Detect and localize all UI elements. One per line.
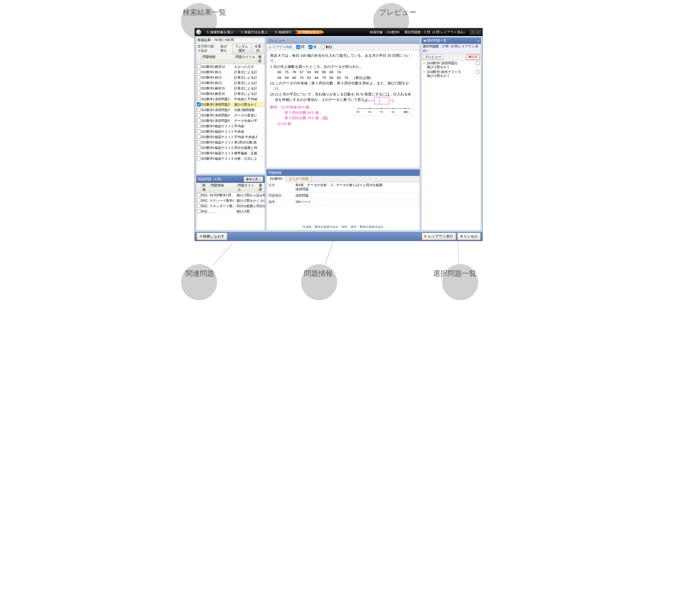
search-result-row[interactable]: 310数学Ⅰ 演習問題1中央値と平均値 [196, 97, 265, 102]
checkbox-answer[interactable]: 答 [308, 45, 317, 49]
row-checkbox[interactable] [197, 129, 201, 133]
problem-info-panel: 問題情報 310数学Ⅰまとめて検索 目次第4章 データの分析 -2．データの散ら… [266, 169, 420, 231]
search-result-row[interactable]: 310数学Ⅰ 演習問題2箱ひげ図をかく [196, 102, 265, 107]
callout-line [213, 243, 233, 266]
wizard-step-2[interactable]: 2. 検索方法を選ぶ [236, 30, 273, 34]
svg-text:80: 80 [392, 110, 395, 113]
search-result-row[interactable]: 310数学Ⅰ 例13計算式による計算：総和 [196, 80, 265, 86]
row-info: 310数学Ⅰ 演習問題2 [201, 103, 234, 107]
search-result-row[interactable]: 310数学Ⅰ 確認テスト3分散：公式による [196, 156, 265, 162]
search-result-row[interactable]: 310数学Ⅰ 例11計算式による計算：和差… [196, 70, 265, 75]
layout-content-label: レイアウト内容 [269, 45, 292, 49]
row-checkbox[interactable] [197, 204, 201, 208]
sort-label[interactable]: 並び替え [220, 44, 230, 53]
wizard-step-1[interactable]: 1. 検索対象を選ぶ [203, 30, 239, 34]
star-icon: ★ [422, 70, 426, 73]
row-checkbox[interactable] [197, 64, 201, 68]
search-result-row[interactable]: 310数学Ⅰ 練習16計算式による計算：相関… [196, 91, 265, 97]
col-header-rel-info[interactable]: 問題情報 [210, 183, 236, 192]
row-checkbox[interactable] [197, 193, 201, 197]
row-title: 計算式による計算：相関… [234, 92, 257, 96]
col-header-hist[interactable]: 履歴 [257, 54, 265, 64]
search-result-row[interactable]: 310数学Ⅰ 確認テスト1平均値,中央値,最頻値 [196, 134, 265, 140]
search-result-row[interactable]: 310数学Ⅰ 確認テスト1平均値 [196, 124, 265, 129]
row-checkbox[interactable] [197, 199, 201, 202]
row-rel: 対応 [201, 193, 210, 198]
row-checkbox[interactable] [197, 119, 201, 122]
selected-item[interactable]: ★[310数学Ⅰ 演習問題2] 箱ひげ図をかく [421, 61, 481, 69]
info-footer-label: 作成者：数研出版株式会社 制作・著作：数研出版株式会社 [267, 224, 419, 230]
search-result-row[interactable]: 310数学Ⅰ 確認テスト2第1四分位数,第2四分位… [196, 140, 265, 145]
row-rel: 対応 [201, 210, 210, 214]
related-row[interactable]: 対応……箱ひげ図 [196, 209, 265, 214]
row-checkbox[interactable] [197, 92, 201, 96]
random-select-button[interactable]: ランダム選択 [232, 44, 251, 53]
info-tab[interactable]: まとめて検索 [286, 176, 312, 182]
row-checkbox[interactable] [197, 124, 201, 128]
wizard-step-4[interactable]: 4. 問題を選ぶ [295, 30, 325, 34]
row-checkbox[interactable] [197, 75, 201, 79]
search-result-row[interactable]: 310数学Ⅰ 演習問題3分散,相関係数 [196, 107, 265, 113]
search-results-panel: 検索結果：79 問 / 748 問 文字列で絞り込み 並び替え ランダム選択 全… [196, 37, 265, 174]
select-all-button[interactable]: 全選択 [252, 44, 264, 53]
row-title: 中央値 [234, 130, 257, 134]
related-row[interactable]: 対応スタンダード数…四分位範囲と四分位… [196, 204, 265, 209]
col-header-rel-hist[interactable]: 履歴 [258, 183, 265, 192]
col-header-rel-title[interactable]: 問題タイトル [236, 183, 258, 192]
row-info: 310数学Ⅰ 演習問題5 [201, 119, 234, 123]
selected-item[interactable]: ★[310数学Ⅰ 総合テスト7] 箱ひげ図をかく [421, 69, 481, 78]
search-result-row[interactable]: 310数学Ⅰ 演習問題5データ全体の平均値と分散 [196, 118, 265, 124]
related-row[interactable]: 対応4STEP数学Ⅰ 問…箱ひげ図から読み取り [196, 193, 265, 198]
checkbox-explanation[interactable]: 解説 [321, 45, 332, 49]
checkbox-question[interactable]: 問 [296, 45, 304, 49]
row-checkbox[interactable] [197, 81, 201, 85]
row-title: 箱ひげ図 [236, 210, 265, 214]
row-checkbox[interactable] [197, 209, 201, 213]
row-checkbox[interactable] [197, 135, 201, 139]
col-header-rel[interactable]: 関連 [201, 183, 210, 192]
col-header-info[interactable]: 問題情報 [201, 54, 234, 64]
row-info: サクシード数学Ⅰ … [210, 199, 236, 203]
row-checkbox[interactable] [197, 70, 201, 74]
row-checkbox[interactable] [197, 113, 201, 117]
row-info: 4STEP数学Ⅰ 問… [210, 193, 236, 198]
select-books-button[interactable]: 書籍を選ぶ [244, 176, 263, 182]
help-button[interactable]: ? [470, 30, 475, 35]
selected-item-checkbox[interactable] [476, 61, 480, 65]
back-button[interactable]: 検索しなおす [196, 233, 227, 240]
row-title: 四分位範囲と四分位偏差… [234, 146, 257, 150]
selected-count-label: 選択問題数：2 問（0 問 レイアウト済み） [404, 30, 467, 35]
col-header-title[interactable]: 問題タイトル [234, 54, 257, 64]
search-result-row[interactable]: 310数学Ⅰ 例12計算式による計算：累乗… [196, 75, 265, 80]
search-result-row[interactable]: 310数学Ⅰ 確認テスト1中央値 [196, 129, 265, 134]
row-title: 計算式による計算：和差… [234, 70, 257, 74]
expand-icon[interactable]: » [477, 39, 479, 43]
row-rel: 対応 [201, 204, 210, 208]
cancel-button[interactable]: キャンセル [457, 233, 481, 240]
selected-delete-button[interactable]: ✖削除 [466, 54, 480, 60]
row-checkbox[interactable] [197, 86, 201, 90]
search-result-row[interactable]: 310数学Ⅰ 確認テスト2四分位範囲と四分位偏差… [196, 145, 265, 151]
row-checkbox[interactable] [197, 146, 201, 150]
star-icon: ★ [422, 61, 426, 65]
search-result-row[interactable]: 310数学Ⅰ 練習15計算式による計算：平均… [196, 86, 265, 91]
row-checkbox[interactable] [197, 97, 201, 101]
row-checkbox[interactable] [197, 102, 201, 106]
search-result-row[interactable]: 310数学Ⅰ 確認テスト3標準偏差：定義による [196, 151, 265, 156]
wizard-step-3[interactable]: 3. 検索実行 [271, 30, 297, 34]
row-checkbox[interactable] [197, 108, 201, 112]
selected-preview-button[interactable]: プレビュー [422, 54, 443, 60]
row-checkbox[interactable] [197, 140, 201, 144]
close-button[interactable]: × [476, 30, 481, 35]
info-tab[interactable]: 310数学Ⅰ [267, 176, 286, 182]
related-row[interactable]: 対応サクシード数学Ⅰ …箱ひげ図をかく,分布を… [196, 198, 265, 204]
row-checkbox[interactable] [197, 156, 201, 160]
layout-execute-button[interactable]: レイアウト実行 [422, 233, 456, 240]
row-title: 四分位範囲と四分位… [236, 204, 265, 208]
selected-item-checkbox[interactable] [476, 70, 480, 74]
row-checkbox[interactable] [197, 151, 201, 155]
search-result-row[interactable]: 310数学Ⅰ 練習14セルへの入力 [196, 64, 265, 70]
search-result-row[interactable]: 310数学Ⅰ 演習問題4データの変更による平均値… [196, 113, 265, 118]
arrow-right-icon [425, 235, 427, 238]
preview-panel: プレビュー レイアウト内容 問 答 解説 商店 A では，毎日 100 個の弁当… [266, 37, 420, 168]
